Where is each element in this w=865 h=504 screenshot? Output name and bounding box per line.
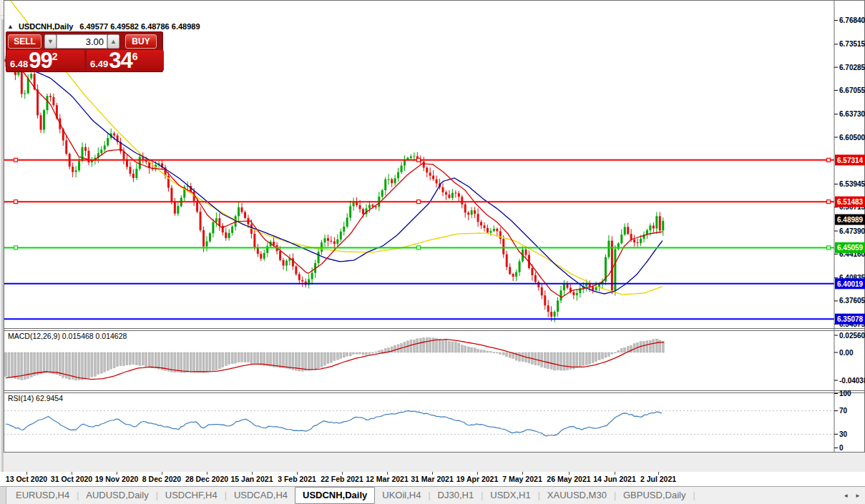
date-axis: 13 Oct 202031 Oct 202019 Nov 20208 Dec 2… xyxy=(0,472,865,486)
date-label: 15 Jan 2021 xyxy=(231,475,273,483)
tab-scroll-arrows: ◄► xyxy=(843,487,861,504)
hline-handle[interactable] xyxy=(417,246,421,249)
price-tick-label: 6.76840 xyxy=(839,16,865,24)
tab-audusd-daily[interactable]: AUDUSD,Daily xyxy=(79,487,155,504)
date-label: 28 Dec 2020 xyxy=(185,475,228,483)
volume-increase-button[interactable]: ▲ xyxy=(107,34,119,49)
date-label: 14 Jun 2021 xyxy=(593,475,636,483)
chart-title: ▲ USDCNH,Daily 6.49577 6.49582 6.48786 6… xyxy=(7,22,200,31)
price-tick-label: 6.70285 xyxy=(839,64,865,71)
tab-eurusd-h4[interactable]: EURUSD,H4 xyxy=(9,487,77,504)
tab-usdcad-h4[interactable]: USDCAD,H4 xyxy=(227,487,295,504)
price-badge-label: 6.40019 xyxy=(837,280,864,288)
rsi-axis-label: 100 xyxy=(839,390,851,397)
date-label: 19 Apr 2021 xyxy=(456,475,499,483)
date-label: 3 Feb 2021 xyxy=(278,475,316,483)
buy-button[interactable]: BUY xyxy=(125,34,157,49)
hline-handle[interactable] xyxy=(14,158,18,162)
tab-separator: | xyxy=(693,490,695,500)
tab-gbpusd-daily[interactable]: GBPUSD,Daily xyxy=(616,487,693,504)
one-click-trading-panel: SELL ▼ ▲ BUY 6.48 99 2 6.49 34 6 xyxy=(6,31,163,72)
date-label: 19 Nov 2020 xyxy=(95,475,139,483)
price-tick-label: 6.47390 xyxy=(839,227,865,235)
date-label: 13 Oct 2020 xyxy=(6,475,47,483)
price-badge-label: 6.57314 xyxy=(837,157,864,164)
price-badge-label: 6.45059 xyxy=(837,244,864,252)
chevron-up-icon: ▲ xyxy=(110,38,117,45)
macd-axis-label: 0.025609 xyxy=(839,332,865,340)
buy-price-sup: 6 xyxy=(132,51,138,71)
rsi-label: RSI(14) 62.9454 xyxy=(8,394,63,402)
tab-usdchf-h4[interactable]: USDCHF,H4 xyxy=(158,487,225,504)
sell-price-big: 99 xyxy=(29,50,52,71)
chart-ohlc-values: 6.49577 6.49582 6.48786 6.48989 xyxy=(79,22,200,31)
hline-handle[interactable] xyxy=(827,158,831,162)
sell-button[interactable]: SELL xyxy=(8,34,41,49)
price-tick-label: 6.37605 xyxy=(839,297,865,305)
hline-handle[interactable] xyxy=(827,246,831,249)
tab-dj30-h1[interactable]: DJ30,H1 xyxy=(431,487,482,504)
chevron-down-icon: ▼ xyxy=(47,38,54,45)
rsi-axis-label: 0 xyxy=(839,444,844,452)
buy-price-display[interactable]: 6.49 34 6 xyxy=(87,50,164,71)
sell-price-display[interactable]: 6.48 99 2 xyxy=(6,50,84,71)
hline-handle[interactable] xyxy=(417,200,421,204)
date-label: 12 Mar 2021 xyxy=(366,475,409,483)
price-badge-label: 6.48989 xyxy=(837,216,864,224)
rsi-axis-label: 70 xyxy=(839,407,848,415)
date-label: 22 Feb 2021 xyxy=(321,475,363,483)
chart-tab-bar: EURUSD,H4|AUDUSD,Daily|USDCHF,H4|USDCAD,… xyxy=(0,486,865,504)
chart-shift-icon: ▲ xyxy=(7,23,14,30)
date-label: 31 Mar 2021 xyxy=(411,475,454,483)
price-tick-label: 6.67055 xyxy=(839,87,865,94)
price-tick-label: 6.60500 xyxy=(839,134,865,142)
hline-handle[interactable] xyxy=(827,200,831,204)
price-tick-label: 6.73515 xyxy=(839,40,865,48)
hline-handle[interactable] xyxy=(14,200,18,204)
buy-price-prefix: 6.49 xyxy=(90,59,108,69)
sell-price-prefix: 6.48 xyxy=(10,59,28,69)
tab-ukoil-h4[interactable]: UKOil,H4 xyxy=(375,487,428,504)
price-tick-label: 6.53945 xyxy=(839,180,865,188)
date-label: 26 May 2021 xyxy=(547,475,590,483)
macd-axis-label: -0.04038 xyxy=(839,377,865,385)
mt4-application: 15M30H1H4D1W1MN MACD(12,26,9) 0.015468 0… xyxy=(0,0,865,504)
volume-decrease-button[interactable]: ▼ xyxy=(44,34,57,49)
chart-symbol-label: USDCNH,Daily xyxy=(19,22,73,31)
tab-xauusd-m30[interactable]: XAUUSD,M30 xyxy=(540,487,614,504)
tab-scroll-right-icon[interactable]: ► xyxy=(855,493,861,499)
macd-axis-label: 0.00 xyxy=(839,349,854,357)
date-label: 8 Dec 2020 xyxy=(142,475,181,483)
tab-usdx-h1[interactable]: USDX,H1 xyxy=(483,487,537,504)
macd-label: MACD(12,26,9) 0.015468 0.014628 xyxy=(8,332,127,340)
date-label: 31 Oct 2020 xyxy=(51,475,92,483)
rsi-axis-label: 30 xyxy=(839,430,848,438)
date-label: 7 May 2021 xyxy=(502,475,542,483)
sell-price-sup: 2 xyxy=(52,51,58,71)
price-tick-label: 6.63730 xyxy=(839,110,865,118)
tabbar-edge xyxy=(0,487,6,504)
price-badge-label: 6.35078 xyxy=(837,315,864,323)
date-label: 2 Jul 2021 xyxy=(640,475,676,483)
volume-input[interactable] xyxy=(57,34,107,49)
price-badge-label: 6.51483 xyxy=(837,198,864,206)
buy-price-big: 34 xyxy=(109,50,132,71)
tab-usdcnh-daily[interactable]: USDCNH,Daily xyxy=(295,487,375,504)
hline-handle[interactable] xyxy=(14,246,18,249)
tab-scroll-left-icon[interactable]: ◄ xyxy=(843,493,849,499)
hline-handle[interactable] xyxy=(417,158,421,162)
